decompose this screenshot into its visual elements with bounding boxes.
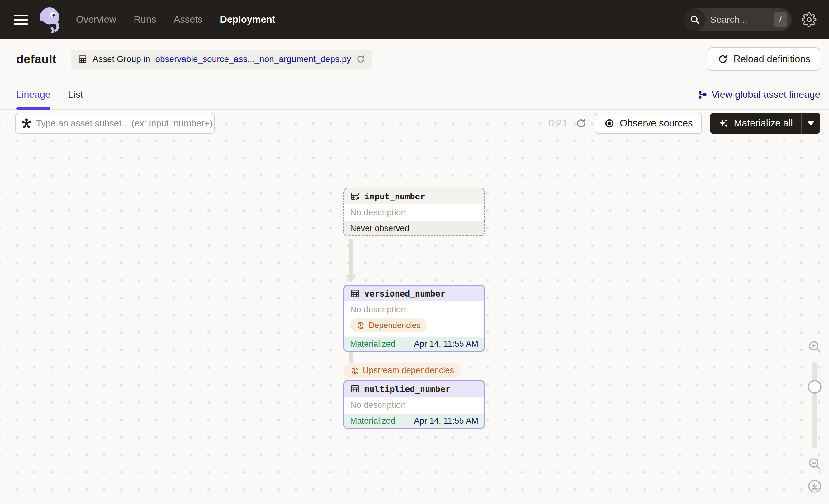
asset-description: No description xyxy=(345,301,484,318)
asset-status: Materialized xyxy=(350,416,396,426)
asset-status-value: – xyxy=(474,224,478,233)
tab-lineage[interactable]: Lineage xyxy=(16,89,50,109)
sync-warning-icon xyxy=(350,366,359,375)
asset-name: versioned_number xyxy=(364,289,445,298)
nav-runs[interactable]: Runs xyxy=(134,14,156,25)
dagster-logo[interactable] xyxy=(37,6,62,33)
dagster-app: Overview Runs Assets Deployment / defaul… xyxy=(0,0,829,504)
upstream-dependencies-badge[interactable]: Upstream dependencies xyxy=(344,363,461,378)
reload-definitions-button[interactable]: Reload definitions xyxy=(708,47,820,71)
sync-warning-icon xyxy=(356,321,365,330)
refresh-icon[interactable] xyxy=(576,118,587,129)
graph-toolbar: 0:21 Observe sources xyxy=(15,113,820,134)
nav-overview[interactable]: Overview xyxy=(76,14,116,25)
asset-description: No description xyxy=(345,204,484,221)
search-input[interactable] xyxy=(706,14,773,25)
asset-group-file-link[interactable]: observable_source_ass..._non_argument_de… xyxy=(155,54,351,64)
asset-subset-input[interactable] xyxy=(32,118,213,129)
asset-node-multiplied-number[interactable]: multiplied_number No description Materia… xyxy=(344,380,485,429)
asset-status-timestamp: Apr 14, 11:55 AM xyxy=(414,339,478,349)
materialize-dropdown-button[interactable] xyxy=(802,113,820,134)
download-icon[interactable] xyxy=(807,478,823,494)
primary-nav: Overview Runs Assets Deployment xyxy=(76,14,275,25)
asset-status: Never observed xyxy=(350,224,409,233)
nav-assets[interactable]: Assets xyxy=(174,14,203,25)
caret-down-icon xyxy=(807,121,814,125)
tab-bar: Lineage List View global asset lineage xyxy=(0,79,829,110)
asset-status-timestamp: Apr 14, 11:55 AM xyxy=(414,416,478,426)
global-search[interactable]: / xyxy=(684,8,792,31)
zoom-out-icon[interactable] xyxy=(807,457,822,471)
asset-group-prefix: Asset Group in xyxy=(93,54,150,64)
eye-icon xyxy=(604,118,615,129)
hamburger-menu-icon[interactable] xyxy=(14,15,28,25)
zoom-controls xyxy=(805,339,825,494)
top-nav-bar: Overview Runs Assets Deployment / xyxy=(0,0,829,39)
materialize-all-button: Materialize all xyxy=(710,113,820,134)
observe-sources-button[interactable]: Observe sources xyxy=(595,113,702,134)
lineage-canvas[interactable]: 0:21 Observe sources xyxy=(0,110,829,504)
lineage-graph-icon xyxy=(697,90,707,100)
table-icon xyxy=(77,54,87,64)
table-icon xyxy=(350,384,360,394)
sparkle-icon xyxy=(718,118,729,129)
asset-subset-icon xyxy=(21,118,32,129)
refresh-icon[interactable] xyxy=(356,55,365,64)
search-icon xyxy=(684,8,706,31)
gear-icon[interactable] xyxy=(802,12,817,27)
zoom-slider-handle[interactable] xyxy=(808,380,822,394)
slash-shortcut-badge: / xyxy=(773,12,787,27)
asset-name: input_number xyxy=(364,191,425,201)
page-header: default Asset Group in observable_source… xyxy=(0,39,829,79)
refresh-icon xyxy=(718,54,728,65)
asset-node-input-number[interactable]: input_number No description Never observ… xyxy=(344,187,485,237)
nav-deployment[interactable]: Deployment xyxy=(220,14,275,25)
zoom-slider[interactable] xyxy=(813,362,817,448)
asset-node-versioned-number[interactable]: versioned_number No description Dependen… xyxy=(344,285,485,352)
materialize-all-main[interactable]: Materialize all xyxy=(710,113,801,134)
zoom-in-icon[interactable] xyxy=(807,339,822,354)
asset-subset-filter[interactable] xyxy=(15,113,215,134)
asset-group-pill: Asset Group in observable_source_ass..._… xyxy=(71,49,372,69)
dependencies-changed-badge[interactable]: Dependencies xyxy=(350,318,427,332)
view-global-asset-lineage-link[interactable]: View global asset lineage xyxy=(697,89,820,109)
refresh-timer: 0:21 xyxy=(549,118,567,129)
asset-description: No description xyxy=(345,397,484,414)
asset-status: Materialized xyxy=(350,339,396,349)
asset-name: multiplied_number xyxy=(364,384,450,394)
table-icon xyxy=(350,288,360,298)
source-table-icon xyxy=(350,191,360,201)
page-title: default xyxy=(16,52,57,66)
tab-list[interactable]: List xyxy=(68,89,83,109)
